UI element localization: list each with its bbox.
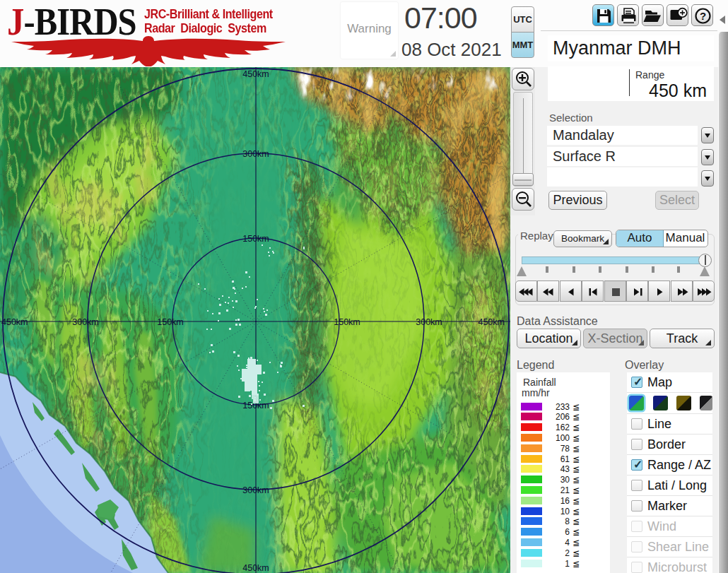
svg-text:300km: 300km — [242, 485, 269, 495]
svg-text:450km: 450km — [1, 317, 28, 327]
svg-text:150km: 150km — [157, 317, 184, 327]
svg-text:450km: 450km — [242, 563, 269, 573]
svg-text:150km: 150km — [334, 317, 360, 327]
svg-text:300km: 300km — [242, 149, 269, 159]
svg-text:150km: 150km — [242, 234, 269, 244]
svg-text:?: ? — [700, 10, 706, 22]
svg-text:300km: 300km — [72, 317, 99, 327]
svg-text:450km: 450km — [478, 317, 505, 327]
svg-text:300km: 300km — [416, 317, 442, 327]
svg-text:450km: 450km — [242, 69, 269, 79]
